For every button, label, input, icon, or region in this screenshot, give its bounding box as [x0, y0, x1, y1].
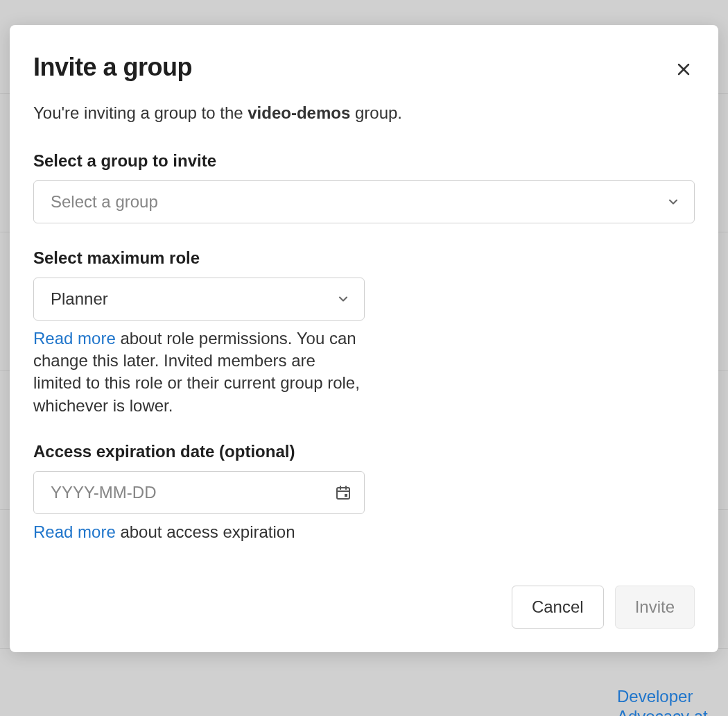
group-select-field: Select a group to invite Select a group — [33, 151, 695, 223]
role-select-field: Select maximum role Planner Read more ab… — [33, 248, 695, 418]
role-select-label: Select maximum role — [33, 248, 695, 268]
expiration-date-input[interactable]: YYYY-MM-DD — [33, 471, 365, 514]
bg-text: Developer Advocacy at — [617, 687, 728, 716]
chevron-down-icon — [666, 195, 680, 209]
close-button[interactable] — [673, 58, 695, 80]
group-select-placeholder: Select a group — [51, 192, 158, 212]
expiration-help-text-body: about access expiration — [116, 522, 295, 541]
invite-group-modal: Invite a group You're inviting a group t… — [10, 25, 718, 652]
invite-button[interactable]: Invite — [615, 586, 695, 629]
expiration-help-text: Read more about access expiration — [33, 521, 695, 543]
role-read-more-link[interactable]: Read more — [33, 329, 116, 348]
subtitle-group-name: video-demos — [248, 103, 350, 122]
modal-title: Invite a group — [33, 53, 192, 82]
expiration-label: Access expiration date (optional) — [33, 442, 695, 461]
role-select-value: Planner — [51, 289, 108, 309]
expiration-read-more-link[interactable]: Read more — [33, 522, 116, 541]
expiration-placeholder: YYYY-MM-DD — [51, 483, 156, 502]
modal-subtitle: You're inviting a group to the video-dem… — [33, 101, 695, 125]
expiration-field: Access expiration date (optional) YYYY-M… — [33, 442, 695, 543]
svg-rect-6 — [345, 494, 347, 497]
group-select-input[interactable]: Select a group — [33, 180, 695, 223]
modal-header: Invite a group — [33, 53, 695, 82]
cancel-button[interactable]: Cancel — [512, 586, 604, 629]
modal-footer: Cancel Invite — [33, 586, 695, 629]
close-icon — [675, 61, 692, 78]
group-select-label: Select a group to invite — [33, 151, 695, 171]
chevron-down-icon — [336, 292, 350, 306]
role-select-input[interactable]: Planner — [33, 278, 365, 321]
calendar-icon — [335, 484, 352, 501]
role-help-text: Read more about role permissions. You ca… — [33, 327, 365, 418]
subtitle-suffix: group. — [350, 103, 402, 122]
svg-rect-2 — [337, 488, 349, 499]
subtitle-prefix: You're inviting a group to the — [33, 103, 248, 122]
